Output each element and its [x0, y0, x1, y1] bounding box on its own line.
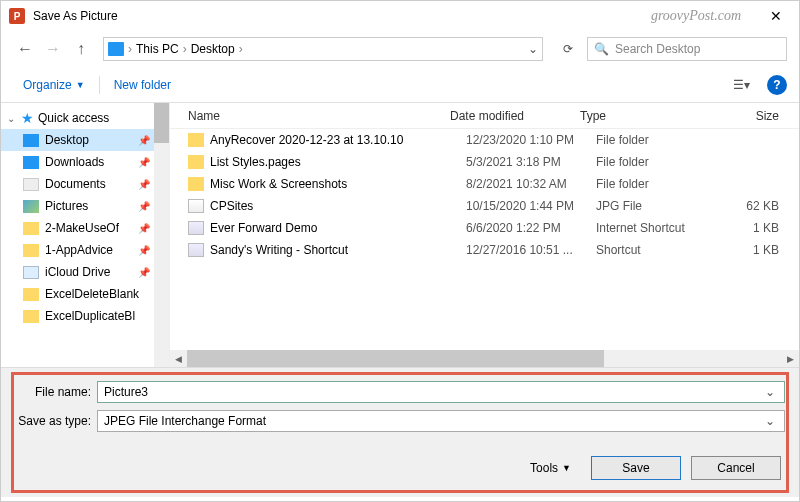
folder-icon	[23, 288, 39, 301]
file-row[interactable]: Misc Work & Screenshots8/2/2021 10:32 AM…	[170, 173, 799, 195]
search-icon: 🔍	[594, 42, 609, 56]
forward-button[interactable]: →	[41, 37, 65, 61]
folder-icon	[23, 156, 39, 169]
pin-icon: 📌	[138, 223, 150, 234]
help-button[interactable]: ?	[767, 75, 787, 95]
scroll-right-icon[interactable]: ▶	[782, 354, 799, 364]
window-title: Save As Picture	[33, 9, 651, 23]
separator	[99, 76, 100, 94]
tree-item[interactable]: 1-AppAdvice📌	[1, 239, 154, 261]
pin-icon: 📌	[138, 135, 150, 146]
folder-icon	[23, 266, 39, 279]
chevron-down-icon: ▼	[76, 80, 85, 90]
column-header-name[interactable]: Name	[170, 109, 450, 123]
file-name-input[interactable]: Picture3 ⌄	[97, 381, 785, 403]
save-type-label: Save as type:	[15, 414, 97, 428]
column-headers: Name Date modified Type Size	[170, 103, 799, 129]
chevron-down-icon: ⌄	[7, 113, 17, 124]
file-icon	[188, 221, 204, 235]
pin-icon: 📌	[138, 245, 150, 256]
refresh-button[interactable]: ⟳	[553, 37, 583, 61]
star-icon: ★	[21, 110, 34, 126]
tree-item[interactable]: ExcelDuplicateBl	[1, 305, 154, 327]
chevron-down-icon[interactable]: ⌄	[528, 42, 538, 56]
tree-item[interactable]: Pictures📌	[1, 195, 154, 217]
column-header-date[interactable]: Date modified	[450, 109, 580, 123]
watermark: groovyPost.com	[651, 8, 741, 24]
file-icon	[188, 155, 204, 169]
file-name-label: File name:	[15, 385, 97, 399]
file-row[interactable]: AnyRecover 2020-12-23 at 13.10.1012/23/2…	[170, 129, 799, 151]
cancel-button[interactable]: Cancel	[691, 456, 781, 480]
folder-icon	[23, 310, 39, 323]
tools-dropdown[interactable]: Tools▼	[530, 461, 571, 475]
breadcrumb[interactable]: › This PC › Desktop › ⌄	[103, 37, 543, 61]
search-placeholder: Search Desktop	[615, 42, 700, 56]
chevron-down-icon[interactable]: ⌄	[762, 385, 778, 399]
chevron-down-icon[interactable]: ⌄	[762, 414, 778, 428]
new-folder-button[interactable]: New folder	[104, 74, 181, 96]
column-header-size[interactable]: Size	[700, 109, 799, 123]
breadcrumb-segment[interactable]: Desktop	[191, 42, 235, 56]
folder-icon	[23, 244, 39, 257]
file-row[interactable]: Sandy's Writing - Shortcut12/27/2016 10:…	[170, 239, 799, 261]
breadcrumb-segment[interactable]: This PC	[136, 42, 179, 56]
chevron-right-icon: ›	[239, 42, 243, 56]
save-type-dropdown[interactable]: JPEG File Interchange Format ⌄	[97, 410, 785, 432]
tree-item[interactable]: Documents📌	[1, 173, 154, 195]
file-icon	[188, 133, 204, 147]
up-button[interactable]: ↑	[69, 37, 93, 61]
tree-item[interactable]: ExcelDeleteBlank	[1, 283, 154, 305]
horizontal-scrollbar[interactable]: ◀ ▶	[170, 350, 799, 367]
chevron-down-icon: ▼	[562, 463, 571, 473]
navigation-tree: ⌄ ★ Quick access Desktop📌Downloads📌Docum…	[1, 103, 169, 367]
pin-icon: 📌	[138, 267, 150, 278]
view-options-button[interactable]: ☰▾	[723, 73, 759, 97]
scroll-left-icon[interactable]: ◀	[170, 354, 187, 364]
tree-item[interactable]: Desktop📌	[1, 129, 154, 151]
folder-icon	[23, 222, 39, 235]
file-row[interactable]: Ever Forward Demo6/6/2020 1:22 PMInterne…	[170, 217, 799, 239]
tree-item[interactable]: 2-MakeUseOf📌	[1, 217, 154, 239]
column-header-type[interactable]: Type	[580, 109, 700, 123]
file-row[interactable]: List Styles.pages5/3/2021 3:18 PMFile fo…	[170, 151, 799, 173]
folder-icon	[23, 134, 39, 147]
tree-root-quick-access[interactable]: ⌄ ★ Quick access	[1, 107, 154, 129]
tree-item[interactable]: iCloud Drive📌	[1, 261, 154, 283]
this-pc-icon	[108, 42, 124, 56]
chevron-right-icon: ›	[183, 42, 187, 56]
file-icon	[188, 177, 204, 191]
pin-icon: 📌	[138, 157, 150, 168]
tree-item[interactable]: Downloads📌	[1, 151, 154, 173]
file-icon	[188, 199, 204, 213]
vertical-scrollbar[interactable]	[154, 103, 169, 367]
file-icon	[188, 243, 204, 257]
folder-icon	[23, 178, 39, 191]
chevron-right-icon: ›	[128, 42, 132, 56]
file-row[interactable]: CPSites10/15/2020 1:44 PMJPG File62 KB	[170, 195, 799, 217]
organize-button[interactable]: Organize▼	[13, 74, 95, 96]
save-button[interactable]: Save	[591, 456, 681, 480]
save-panel: File name: Picture3 ⌄ Save as type: JPEG…	[1, 367, 799, 497]
pin-icon: 📌	[138, 201, 150, 212]
folder-icon	[23, 200, 39, 213]
search-input[interactable]: 🔍 Search Desktop	[587, 37, 787, 61]
powerpoint-icon: P	[9, 8, 25, 24]
pin-icon: 📌	[138, 179, 150, 190]
close-button[interactable]: ✕	[761, 8, 791, 24]
back-button[interactable]: ←	[13, 37, 37, 61]
